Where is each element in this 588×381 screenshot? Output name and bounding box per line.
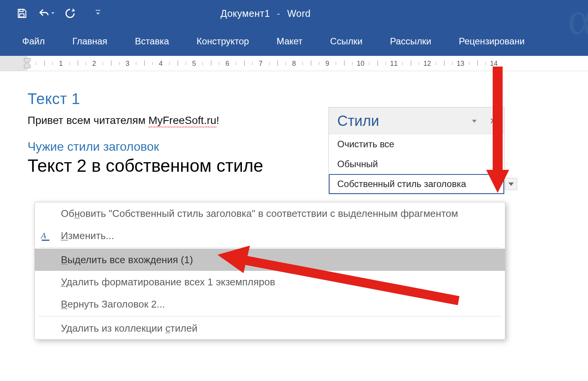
qat-customize-button[interactable]: [95, 9, 101, 18]
undo-dropdown-icon[interactable]: [51, 12, 54, 15]
tab-layout[interactable]: Макет: [263, 29, 316, 54]
svg-rect-0: [20, 10, 23, 12]
ctx-clear-formatting[interactable]: Удалить форматирование всех 1 экземпляро…: [35, 271, 505, 293]
svg-rect-1: [20, 14, 24, 17]
style-dropdown-button[interactable]: [505, 178, 517, 190]
ruler-number: 8: [292, 60, 296, 68]
app-name: Word: [287, 8, 310, 19]
spellcheck-word: MyFreeSoft.ru: [149, 114, 216, 127]
ruler-number: 3: [126, 60, 129, 68]
ruler-number: 4: [159, 60, 163, 68]
undo-button[interactable]: [38, 8, 54, 19]
ruler-number: 13: [457, 60, 464, 68]
tab-references[interactable]: Ссылки: [316, 29, 376, 54]
ctx-revert-heading2[interactable]: Вернуть Заголовок 2...: [35, 293, 505, 315]
svg-text:A: A: [40, 231, 46, 240]
title-bar: Документ1 - Word α: [0, 0, 588, 27]
menu-separator: [39, 247, 501, 248]
document-name: Документ1: [220, 8, 270, 19]
ctx-label: Выделить все вхождения (1): [61, 254, 193, 266]
modify-style-icon: A: [40, 230, 52, 241]
style-item-normal[interactable]: Обычный ¶: [329, 154, 504, 174]
style-item-custom-heading[interactable]: Собственный стиль заголовка ¶: [329, 174, 504, 194]
styles-pane: Стили ✕ Очистить все Обычный ¶ Собственн…: [328, 107, 505, 194]
tab-home[interactable]: Главная: [59, 29, 121, 54]
body-suffix: !: [216, 114, 219, 126]
ctx-remove-from-gallery[interactable]: Удалить из коллекции стилей: [35, 317, 505, 339]
style-label: Очистить все: [337, 139, 394, 150]
heading-1: Текст 1: [28, 90, 588, 107]
ctx-modify[interactable]: A Изменить...: [35, 225, 505, 247]
ruler-number: 14: [490, 60, 498, 68]
ruler-number: 7: [259, 60, 263, 68]
styles-pane-header: Стили ✕: [329, 107, 504, 134]
ruler-number: 12: [423, 60, 431, 68]
ctx-label: Вернуть Заголовок 2...: [61, 298, 165, 310]
pilcrow-icon: ¶: [494, 181, 497, 187]
style-item-clear-all[interactable]: Очистить все: [329, 134, 504, 154]
ctx-label: Удалить форматирование всех 1 экземпляро…: [61, 276, 275, 288]
chevron-down-icon: [508, 182, 514, 186]
body-prefix: Привет всем читателям: [28, 114, 149, 126]
style-context-menu: Обновить "Собственный стиль заголовка" в…: [34, 202, 505, 340]
title-separator: -: [277, 8, 280, 19]
ruler-number: 9: [325, 60, 329, 68]
pilcrow-icon: ¶: [494, 161, 497, 168]
ribbon-tabs: Файл Главная Вставка Конструктор Макет С…: [0, 27, 588, 56]
quick-access-toolbar: [0, 8, 101, 19]
ruler-number: 6: [225, 60, 229, 68]
ctx-select-all-instances[interactable]: Выделить все вхождения (1): [35, 249, 505, 271]
ruler-number: 5: [192, 60, 196, 68]
ruler-number: 2: [92, 60, 96, 68]
redo-icon: [64, 8, 76, 19]
ruler-number: 10: [357, 60, 364, 68]
ctx-label: Изменить...: [61, 230, 114, 242]
tab-design[interactable]: Конструктор: [183, 29, 263, 54]
window-title: Документ1 - Word: [220, 8, 514, 19]
tab-insert[interactable]: Вставка: [121, 29, 183, 54]
tab-mailings[interactable]: Рассылки: [376, 29, 445, 54]
redo-button[interactable]: [64, 8, 76, 19]
ctx-update-to-match[interactable]: Обновить "Собственный стиль заголовка" в…: [35, 202, 505, 225]
tab-file[interactable]: Файл: [8, 29, 59, 54]
ruler-ticks: 1234567891011121314: [28, 56, 588, 71]
close-icon[interactable]: ✕: [490, 116, 497, 126]
styles-pane-title: Стили: [337, 113, 379, 129]
pane-options-icon[interactable]: [472, 120, 477, 123]
menu-separator: [39, 316, 501, 316]
ctx-label: Обновить "Собственный стиль заголовка" в…: [61, 208, 458, 220]
style-label: Обычный: [337, 159, 378, 169]
ruler-number: 1: [59, 60, 63, 68]
ctx-label: Удалить из коллекции стилей: [61, 322, 198, 334]
horizontal-ruler[interactable]: 1234567891011121314: [0, 56, 588, 71]
save-icon[interactable]: [16, 8, 28, 19]
style-label: Собственный стиль заголовка: [337, 179, 466, 189]
tab-review[interactable]: Рецензировани: [445, 29, 539, 54]
ruler-number: 11: [390, 60, 398, 68]
undo-icon: [38, 8, 50, 19]
styles-list: Очистить все Обычный ¶ Собственный стиль…: [329, 134, 504, 194]
